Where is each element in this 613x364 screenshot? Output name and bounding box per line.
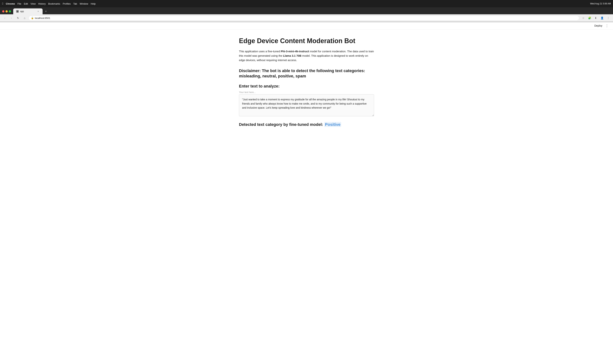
- menu-tab[interactable]: Tab: [73, 2, 77, 5]
- address-input-container[interactable]: 🔒 localhost:8501: [29, 16, 579, 21]
- close-button[interactable]: [2, 10, 4, 13]
- home-button[interactable]: ⌂: [22, 15, 27, 21]
- deploy-button[interactable]: Deploy: [593, 24, 604, 28]
- menu-bar: Chrome File Edit View History Bookmarks …: [6, 2, 96, 5]
- browser-tab[interactable]: ⚙ app ×: [13, 8, 43, 14]
- menu-history[interactable]: History: [38, 2, 46, 5]
- disclaimer-heading: Disclaimer: The bot is able to detect th…: [239, 68, 374, 79]
- menu-bookmarks[interactable]: Bookmarks: [48, 2, 60, 5]
- address-bar: ‹ › ↻ ⌂ 🔒 localhost:8501 ☆ 🧩 ⬇ 👤 ⋮: [0, 14, 613, 22]
- system-time: Wed Aug 21 5:06 AM: [590, 2, 611, 5]
- apple-icon: : [2, 2, 3, 5]
- result-section: Detected text category by fine-tuned mod…: [239, 122, 374, 127]
- traffic-lights: [2, 10, 11, 13]
- model-name-2: Llama 3.1 70B: [283, 54, 301, 57]
- kebab-menu-icon[interactable]: ⋮: [605, 24, 609, 28]
- back-button[interactable]: ‹: [2, 15, 7, 21]
- menu-profiles[interactable]: Profiles: [63, 2, 71, 5]
- menu-chrome[interactable]: Chrome: [6, 2, 15, 5]
- menu-file[interactable]: File: [17, 2, 21, 5]
- menu-icon[interactable]: ⋮: [606, 15, 611, 21]
- result-value: Positive: [324, 122, 341, 127]
- toolbar-icons: ☆ 🧩 ⬇ 👤 ⋮: [581, 15, 611, 21]
- textarea-placeholder: Your text here...: [239, 91, 374, 93]
- maximize-button[interactable]: [9, 10, 11, 13]
- tab-favicon: ⚙: [16, 10, 19, 13]
- menu-view[interactable]: View: [30, 2, 36, 5]
- menu-edit[interactable]: Edit: [24, 2, 28, 5]
- forward-button[interactable]: ›: [9, 15, 14, 21]
- streamlit-topbar: Deploy ⋮: [0, 22, 613, 29]
- download-icon[interactable]: ⬇: [593, 15, 598, 21]
- description-text-1: This application uses a fine-tuned: [239, 50, 281, 53]
- page-title: Edge Device Content Moderation Bot: [239, 37, 374, 45]
- new-tab-button[interactable]: +: [43, 9, 49, 14]
- tab-title: app: [20, 10, 35, 13]
- result-prefix: Detected text category by fine-tuned mod…: [239, 122, 324, 127]
- input-label: Enter text to analyze:: [239, 84, 374, 89]
- menu-window[interactable]: Window: [80, 2, 88, 5]
- tab-close-icon[interactable]: ×: [37, 10, 40, 13]
- lock-icon: 🔒: [31, 17, 34, 19]
- profile-icon[interactable]: 👤: [600, 15, 605, 21]
- bookmark-icon[interactable]: ☆: [581, 15, 586, 21]
- titlebar:  Chrome File Edit View History Bookmark…: [0, 0, 613, 7]
- minimize-button[interactable]: [5, 10, 8, 13]
- menu-help[interactable]: Help: [91, 2, 96, 5]
- extension-icon[interactable]: 🧩: [587, 15, 592, 21]
- tab-bar: ⚙ app × +: [0, 7, 613, 14]
- page-description: This application uses a fine-tuned Phi-3…: [239, 49, 374, 62]
- model-name-1: Phi-3-mini-4k-instruct: [281, 50, 309, 53]
- text-input[interactable]: [239, 94, 374, 116]
- browser-chrome: ⚙ app × + ‹ › ↻ ⌂ 🔒 localhost:8501 ☆ 🧩 ⬇…: [0, 7, 613, 22]
- titlebar-left:  Chrome File Edit View History Bookmark…: [2, 2, 96, 5]
- refresh-button[interactable]: ↻: [15, 15, 21, 21]
- address-text[interactable]: localhost:8501: [35, 17, 50, 19]
- titlebar-right: Wed Aug 21 5:06 AM: [590, 2, 611, 5]
- main-content: Edge Device Content Moderation Bot This …: [233, 29, 380, 134]
